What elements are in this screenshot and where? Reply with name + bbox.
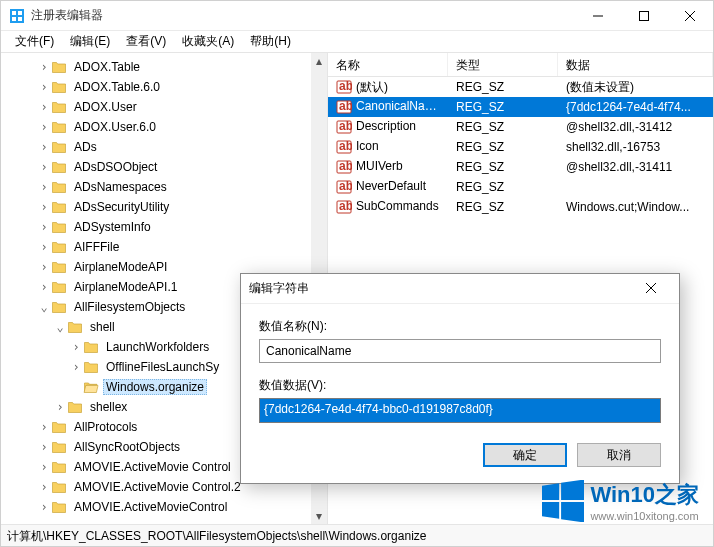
- folder-icon: [51, 479, 67, 495]
- tree-item[interactable]: ›ADsNamespaces: [5, 177, 327, 197]
- tree-item[interactable]: ›AIFFFile: [5, 237, 327, 257]
- maximize-button[interactable]: [621, 1, 667, 31]
- tree-twisty-icon[interactable]: ›: [37, 440, 51, 454]
- string-value-icon: [336, 199, 352, 215]
- folder-icon: [51, 439, 67, 455]
- tree-item[interactable]: ›ADsSecurityUtility: [5, 197, 327, 217]
- tree-item-label: ADOX.User: [71, 99, 140, 115]
- value-data-input[interactable]: {7ddc1264-7e4d-4f74-bbc0-d191987c8d0f}: [259, 398, 661, 423]
- tree-twisty-icon[interactable]: ›: [37, 60, 51, 74]
- edit-string-dialog: 编辑字符串 数值名称(N): 数值数据(V): {7ddc1264-7e4d-4…: [240, 273, 680, 484]
- string-value-icon: [336, 99, 352, 115]
- value-name-label: 数值名称(N):: [259, 318, 661, 335]
- close-button[interactable]: [667, 1, 713, 31]
- folder-icon: [83, 359, 99, 375]
- ok-button[interactable]: 确定: [483, 443, 567, 467]
- tree-twisty-icon[interactable]: ›: [37, 220, 51, 234]
- folder-icon: [51, 59, 67, 75]
- tree-item-label: AirplaneModeAPI: [71, 259, 170, 275]
- tree-twisty-icon[interactable]: ›: [37, 260, 51, 274]
- cancel-button[interactable]: 取消: [577, 443, 661, 467]
- tree-item[interactable]: ›ADs: [5, 137, 327, 157]
- value-data-label: 数值数据(V):: [259, 377, 661, 394]
- tree-item-label: ADs: [71, 139, 100, 155]
- tree-twisty-icon[interactable]: ›: [37, 280, 51, 294]
- folder-icon: [51, 199, 67, 215]
- tree-item-label: ADsDSOObject: [71, 159, 160, 175]
- menu-edit[interactable]: 编辑(E): [62, 31, 118, 52]
- tree-item[interactable]: ›ADsDSOObject: [5, 157, 327, 177]
- folder-icon: [51, 139, 67, 155]
- list-header[interactable]: 名称 类型 数据: [328, 53, 713, 77]
- tree-item-label: ADOX.Table.6.0: [71, 79, 163, 95]
- string-value-icon: [336, 159, 352, 175]
- menu-file[interactable]: 文件(F): [7, 31, 62, 52]
- tree-twisty-icon[interactable]: ›: [37, 480, 51, 494]
- tree-twisty-icon[interactable]: ›: [37, 120, 51, 134]
- dialog-title: 编辑字符串: [249, 280, 309, 297]
- tree-twisty-icon[interactable]: ›: [37, 160, 51, 174]
- value-data-cell: @shell32.dll,-31412: [558, 118, 713, 136]
- regedit-icon: [9, 8, 25, 24]
- tree-item[interactable]: ›AMOVIE.ActiveMovieControl: [5, 497, 327, 517]
- folder-icon: [51, 299, 67, 315]
- menu-help[interactable]: 帮助(H): [242, 31, 299, 52]
- dialog-close-button[interactable]: [631, 282, 671, 296]
- tree-item[interactable]: ›ADSystemInfo: [5, 217, 327, 237]
- value-data-cell: [558, 185, 713, 189]
- tree-twisty-icon[interactable]: ›: [69, 340, 83, 354]
- tree-item-label: ADOX.Table: [71, 59, 143, 75]
- tree-item-label: AMOVIE.ActiveMovie Control.2: [71, 479, 244, 495]
- dialog-titlebar[interactable]: 编辑字符串: [241, 274, 679, 304]
- tree-twisty-icon[interactable]: ›: [37, 460, 51, 474]
- value-name-cell: CanonicalName: [328, 97, 448, 117]
- tree-twisty-icon[interactable]: ›: [69, 360, 83, 374]
- tree-twisty-icon[interactable]: ⌄: [53, 320, 67, 334]
- value-name-cell: Description: [328, 117, 448, 137]
- value-name-cell: (默认): [328, 77, 448, 98]
- tree-twisty-icon[interactable]: ›: [37, 80, 51, 94]
- list-row[interactable]: MUIVerbREG_SZ@shell32.dll,-31411: [328, 157, 713, 177]
- tree-twisty-icon[interactable]: ›: [37, 200, 51, 214]
- scroll-down-icon[interactable]: ▾: [311, 508, 327, 524]
- value-type-cell: REG_SZ: [448, 158, 558, 176]
- windows-logo-icon: [542, 480, 584, 522]
- folder-icon: [67, 399, 83, 415]
- list-row[interactable]: IconREG_SZshell32.dll,-16753: [328, 137, 713, 157]
- tree-twisty-icon[interactable]: ›: [37, 420, 51, 434]
- tree-twisty-icon[interactable]: ›: [37, 100, 51, 114]
- tree-item[interactable]: ›ADOX.User.6.0: [5, 117, 327, 137]
- scroll-up-icon[interactable]: ▴: [311, 53, 327, 69]
- tree-item-label: ADSystemInfo: [71, 219, 154, 235]
- tree-twisty-icon[interactable]: ›: [37, 240, 51, 254]
- string-value-icon: [336, 79, 352, 95]
- tree-twisty-icon[interactable]: ›: [53, 400, 67, 414]
- minimize-button[interactable]: [575, 1, 621, 31]
- value-name-cell: Icon: [328, 137, 448, 157]
- value-name-input[interactable]: [259, 339, 661, 363]
- menu-favorites[interactable]: 收藏夹(A): [174, 31, 242, 52]
- list-body[interactable]: (默认)REG_SZ(数值未设置)CanonicalNameREG_SZ{7dd…: [328, 77, 713, 217]
- list-row[interactable]: DescriptionREG_SZ@shell32.dll,-31412: [328, 117, 713, 137]
- col-type[interactable]: 类型: [448, 53, 558, 76]
- col-data[interactable]: 数据: [558, 53, 713, 76]
- list-row[interactable]: CanonicalNameREG_SZ{7ddc1264-7e4d-4f74..…: [328, 97, 713, 117]
- tree-item[interactable]: ›ADOX.Table.6.0: [5, 77, 327, 97]
- col-name[interactable]: 名称: [328, 53, 448, 76]
- tree-item[interactable]: ›ADOX.User: [5, 97, 327, 117]
- list-row[interactable]: SubCommandsREG_SZWindows.cut;Window...: [328, 197, 713, 217]
- folder-open-icon: [83, 379, 99, 395]
- tree-twisty-icon[interactable]: ›: [37, 180, 51, 194]
- list-row[interactable]: (默认)REG_SZ(数值未设置): [328, 77, 713, 97]
- value-type-cell: REG_SZ: [448, 138, 558, 156]
- menu-view[interactable]: 查看(V): [118, 31, 174, 52]
- folder-icon: [51, 119, 67, 135]
- tree-twisty-icon[interactable]: ⌄: [37, 300, 51, 314]
- tree-item[interactable]: ›ADOX.Table: [5, 57, 327, 77]
- watermark: Win10之家 www.win10xitong.com: [542, 480, 699, 522]
- value-data-cell: @shell32.dll,-31411: [558, 158, 713, 176]
- folder-icon: [51, 99, 67, 115]
- tree-twisty-icon[interactable]: ›: [37, 500, 51, 514]
- tree-twisty-icon[interactable]: ›: [37, 140, 51, 154]
- list-row[interactable]: NeverDefaultREG_SZ: [328, 177, 713, 197]
